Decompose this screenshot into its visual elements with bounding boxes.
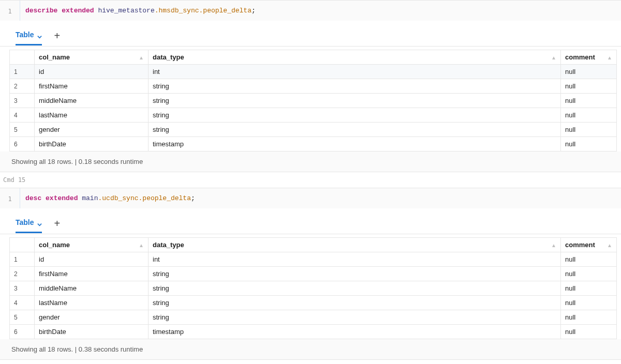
row-number: 6 [10,325,35,339]
table-row[interactable]: 5 gender string null [10,123,617,137]
table-row[interactable]: 5 gender string null [10,310,617,325]
cell-col_name: id [35,252,149,267]
cell-col_name: middleName [35,94,149,108]
row-number: 3 [10,281,35,296]
result-table: col_name▲ data_type▲ comment▲ 1 id int n… [9,237,617,339]
table-header-row: col_name▲ data_type▲ comment▲ [10,50,617,65]
cell-data_type: string [149,310,561,325]
cell-comment: null [561,296,617,310]
cell-comment: null [561,65,617,79]
cell-data_type: string [149,267,561,281]
cell-data_type: string [149,79,561,94]
sort-icon: ▲ [139,242,144,248]
cell-col_name: birthDate [35,325,149,339]
tab-label: Table [16,31,34,39]
code-editor[interactable]: 1 desc extended main.ucdb_sync.people_de… [0,188,621,208]
table-row[interactable]: 2 firstName string null [10,79,617,94]
cell-comment: null [561,267,617,281]
cell-data_type: string [149,94,561,108]
cell-col_name: lastName [35,108,149,123]
row-number: 4 [10,296,35,310]
table-row[interactable]: 3 middleName string null [10,94,617,108]
table-row[interactable]: 2 firstName string null [10,267,617,281]
cell-col_name: firstName [35,267,149,281]
command-label: Cmd 15 [0,172,621,188]
row-number-header[interactable] [10,238,35,252]
status-bar: Showing all 18 rows. | 0.18 seconds runt… [0,151,621,172]
sort-icon: ▲ [551,242,556,248]
table-row[interactable]: 6 birthDate timestamp null [10,137,617,151]
col-header-col_name[interactable]: col_name▲ [35,50,149,65]
table-row[interactable]: 6 birthDate timestamp null [10,325,617,339]
sort-icon: ▲ [607,242,612,248]
cell-data_type: string [149,108,561,123]
table-row[interactable]: 4 lastName string null [10,108,617,123]
notebook-cell: 1 describe extended hive_metastore.hmsdb… [0,0,621,172]
row-number: 1 [10,252,35,267]
cell-col_name: gender [35,310,149,325]
add-tab-button[interactable]: + [54,30,61,46]
cell-data_type: timestamp [149,137,561,151]
cell-data_type: timestamp [149,325,561,339]
row-number: 3 [10,94,35,108]
cell-comment: null [561,123,617,137]
cell-data_type: string [149,281,561,296]
table-row[interactable]: 1 id int null [10,65,617,79]
col-header-data_type[interactable]: data_type▲ [149,50,561,65]
cell-col_name: birthDate [35,137,149,151]
col-header-col_name[interactable]: col_name▲ [35,238,149,252]
chevron-down-icon [37,220,42,225]
col-header-data_type[interactable]: data_type▲ [149,238,561,252]
cell-col_name: id [35,65,149,79]
row-number: 2 [10,267,35,281]
table-row[interactable]: 1 id int null [10,252,617,267]
col-header-comment[interactable]: comment▲ [561,238,617,252]
cell-comment: null [561,137,617,151]
cell-col_name: lastName [35,296,149,310]
tab-table[interactable]: Table [16,218,42,233]
row-number: 6 [10,137,35,151]
cell-data_type: int [149,65,561,79]
table-header-row: col_name▲ data_type▲ comment▲ [10,238,617,252]
cell-data_type: string [149,123,561,137]
cell-comment: null [561,310,617,325]
cell-col_name: firstName [35,79,149,94]
cell-comment: null [561,252,617,267]
cell-col_name: middleName [35,281,149,296]
notebook-cell: 1 desc extended main.ucdb_sync.people_de… [0,188,621,360]
add-tab-button[interactable]: + [54,218,61,234]
line-number: 1 [0,188,20,208]
table-row[interactable]: 3 middleName string null [10,281,617,296]
cell-comment: null [561,281,617,296]
status-bar: Showing all 18 rows. | 0.38 seconds runt… [0,339,621,359]
sort-icon: ▲ [607,54,612,60]
code-editor[interactable]: 1 describe extended hive_metastore.hmsdb… [0,1,621,21]
tab-table[interactable]: Table [16,31,42,46]
cell-comment: null [561,79,617,94]
line-number: 1 [0,1,20,21]
row-number: 5 [10,310,35,325]
result-tabbar: Table + [0,208,621,234]
sort-icon: ▲ [551,54,556,60]
row-number: 1 [10,65,35,79]
col-header-comment[interactable]: comment▲ [561,50,617,65]
tab-label: Table [16,218,34,226]
cell-comment: null [561,325,617,339]
code-text[interactable]: describe extended hive_metastore.hmsdb_s… [20,1,261,21]
sort-icon: ▲ [139,54,144,60]
code-text[interactable]: desc extended main.ucdb_sync.people_delt… [20,188,200,208]
cell-data_type: string [149,296,561,310]
row-number-header[interactable] [10,50,35,65]
row-number: 4 [10,108,35,123]
cell-data_type: int [149,252,561,267]
cell-comment: null [561,108,617,123]
row-number: 5 [10,123,35,137]
cell-comment: null [561,94,617,108]
table-row[interactable]: 4 lastName string null [10,296,617,310]
cell-col_name: gender [35,123,149,137]
result-tabbar: Table + [0,21,621,47]
chevron-down-icon [37,33,42,37]
result-table: col_name▲ data_type▲ comment▲ 1 id int n… [9,50,617,151]
row-number: 2 [10,79,35,94]
